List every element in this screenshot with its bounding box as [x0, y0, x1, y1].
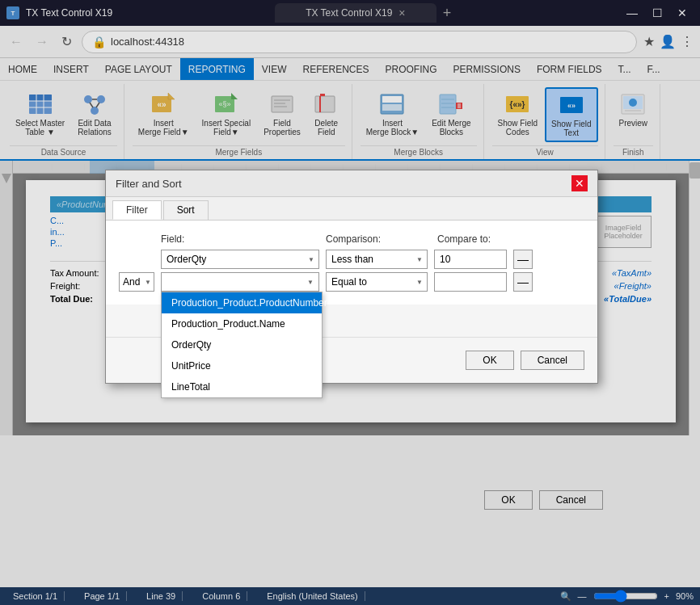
field-dropdown-list: Production_Product.ProductNumber Product…: [161, 292, 323, 398]
compare-to-column-label: Compare to:: [437, 233, 542, 245]
filter-row-2: And ▼ Production_Product.ProductNumber P…: [119, 272, 584, 292]
second-field-dropdown-wrapper: ▼ Production_Product.ProductNumber Produ…: [161, 272, 319, 292]
dropdown-item-order-qty[interactable]: OrderQty: [162, 334, 322, 355]
filter-row-1: OrderQty Less than 10 —: [119, 250, 584, 269]
dropdown-item-line-total[interactable]: LineTotal: [162, 376, 322, 397]
dialog-overlay: Filter and Sort ✕ Filter Sort Field: Com…: [0, 0, 700, 605]
dropdown-item-prod-number[interactable]: Production_Product.ProductNumber: [162, 292, 322, 313]
dropdown-arrow-icon: ▼: [307, 279, 314, 286]
comparison-select[interactable]: Less than: [326, 250, 428, 269]
dialog-title: Filter and Sort: [116, 178, 182, 190]
minus-btn-2[interactable]: —: [513, 272, 533, 292]
dialog-body: Field: Comparison: Compare to: OrderQty: [106, 221, 597, 305]
dialog-tabs: Filter Sort: [106, 197, 597, 221]
filter-sort-dialog: Filter and Sort ✕ Filter Sort Field: Com…: [105, 170, 598, 384]
second-field-select-display[interactable]: ▼: [161, 272, 319, 292]
dropdown-item-prod-name[interactable]: Production_Product.Name: [162, 313, 322, 334]
dialog-header: Filter and Sort ✕: [106, 170, 597, 197]
sort-tab[interactable]: Sort: [163, 200, 209, 220]
field-select[interactable]: OrderQty: [161, 250, 319, 269]
field-header-row: Field: Comparison: Compare to:: [119, 233, 584, 245]
ok-btn[interactable]: OK: [466, 351, 513, 370]
dropdown-item-unit-price[interactable]: UnitPrice: [162, 355, 322, 376]
second-comparison-select[interactable]: Equal to: [326, 272, 428, 292]
compare-to-input[interactable]: 10: [434, 250, 507, 269]
cancel-btn[interactable]: Cancel: [521, 351, 584, 370]
second-comparison-wrapper: Equal to: [326, 272, 428, 292]
and-select[interactable]: And: [119, 272, 154, 292]
field-column-label: Field:: [161, 233, 319, 245]
second-compare-to-input[interactable]: [434, 272, 507, 292]
dialog-close-btn[interactable]: ✕: [571, 175, 588, 191]
filter-tab[interactable]: Filter: [112, 200, 162, 220]
field-select-wrapper: OrderQty: [161, 250, 319, 269]
comparison-column-label: Comparison:: [326, 233, 431, 245]
comparison-select-wrapper: Less than: [326, 250, 428, 269]
minus-btn[interactable]: —: [513, 250, 533, 269]
and-select-wrapper: And: [119, 272, 154, 292]
